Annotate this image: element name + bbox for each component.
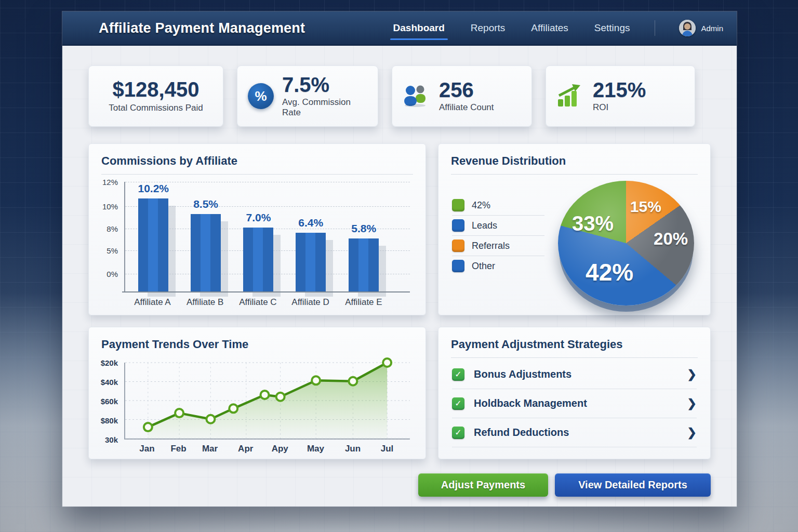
kpi-row: $128,450 Total Commissions Paid % 7.5% A… (88, 65, 711, 127)
kpi-value: 215% (593, 79, 646, 100)
legend-item: Referrals (452, 236, 544, 256)
line-chart-data-point (383, 358, 391, 367)
strategies-panel: Payment Adjustment Strategies ✓ Bonus Ad… (438, 327, 711, 459)
bar-value-label: 6.4% (298, 217, 323, 229)
checkbox-checked-icon[interactable]: ✓ (452, 427, 464, 439)
user-menu[interactable]: Admin (679, 20, 723, 36)
nav-tab-affiliates[interactable]: Affiliates (530, 19, 569, 37)
nav-tab-dashboard[interactable]: Dashboard (392, 19, 446, 37)
bar-value-label: 10.2% (138, 182, 169, 195)
kpi-card-avg-commission-rate: % 7.5% Avg. Commission Rate (237, 65, 378, 127)
bar (349, 238, 379, 291)
line-chart-month-label: Apy (272, 444, 288, 454)
bar (191, 214, 221, 291)
growth-bars-icon (556, 83, 584, 109)
strategies-title: Payment Adjustment Strategies (438, 327, 710, 357)
kpi-label: Affiliate Count (439, 102, 494, 113)
line-chart-data-point (349, 377, 357, 385)
view-detailed-reports-button[interactable]: View Detailed Reports (555, 473, 711, 497)
kpi-card-affiliate-count: 256 Affiliate Count (392, 65, 532, 127)
line-chart-data-point (229, 404, 237, 413)
chevron-right-icon[interactable]: ❯ (687, 426, 697, 440)
adjust-payments-button[interactable]: Adjust Payments (418, 473, 548, 497)
line-chart-month-label: Jun (345, 444, 361, 454)
strategy-row-holdback-management[interactable]: ✓ Holdback Management ❯ (452, 389, 697, 418)
legend-label: Other (472, 261, 495, 272)
page-title: Affiliate Payment Management (99, 20, 305, 36)
pie-chart-title: Revenue Distribution (438, 144, 710, 174)
divider (101, 174, 413, 175)
bar-group: 7.0% (243, 182, 273, 291)
nav-tab-reports[interactable]: Reports (470, 19, 507, 37)
line-chart-data-point (175, 409, 183, 417)
pie-chart-panel: Revenue Distribution 42%LeadsReferralsOt… (438, 143, 711, 315)
legend-swatch (452, 260, 464, 272)
bar-group: 5.8% (349, 182, 379, 291)
line-chart-y-axis: $20k$40k$60k$80k30k (96, 363, 122, 440)
users-icon (403, 83, 431, 109)
legend-swatch (452, 240, 464, 252)
nav-tab-settings[interactable]: Settings (593, 19, 631, 37)
line-chart-tick-label: $80k (101, 416, 118, 425)
legend-item: Other (452, 256, 544, 276)
bar (296, 233, 326, 291)
line-chart-tick-label: $40k (101, 378, 118, 387)
kpi-value: 7.5% (282, 74, 367, 95)
line-chart-data-point (276, 393, 285, 401)
bar-chart-plot: 10.2%8.5%7.0%6.4%5.8% (124, 182, 410, 291)
bar-category-label: Affiliate E (345, 297, 382, 308)
bar-value-label: 5.8% (351, 222, 376, 235)
pie-slice-label: 42% (586, 258, 633, 286)
line-chart: $20k$40k$60k$80k30k JanFebMarAprApyMayJu… (96, 363, 412, 455)
strategy-row-refund-deductions[interactable]: ✓ Refund Deductions ❯ (452, 418, 697, 447)
bar-value-label: 7.0% (246, 211, 271, 224)
nav-separator (655, 20, 655, 36)
line-chart-month-label: Jan (139, 444, 154, 454)
chevron-right-icon[interactable]: ❯ (687, 368, 697, 381)
bar-chart-tick-label: 8% (107, 224, 118, 233)
pie-chart: 15%20%42%33% (558, 181, 697, 310)
strategy-label: Refund Deductions (474, 427, 678, 438)
line-chart-month-label: Mar (202, 444, 218, 454)
legend-label: 42% (472, 200, 490, 211)
line-chart-month-label: Feb (170, 444, 186, 454)
line-chart-tick-label: 30k (105, 435, 118, 444)
pie-slice-label: 33% (572, 211, 614, 235)
user-avatar-icon (679, 20, 696, 36)
pie-legend: 42%LeadsReferralsOther (452, 195, 544, 310)
strategy-label: Holdback Management (474, 397, 678, 409)
bar-category-label: Affiliate A (134, 297, 171, 308)
chevron-right-icon[interactable]: ❯ (687, 397, 697, 410)
line-chart-tick-label: $60k (101, 397, 118, 406)
bar-chart-panel: Commissions by Affiliate 12%10%8%5%0% 10… (88, 143, 426, 315)
bar-category-label: Affiliate D (291, 297, 329, 308)
legend-item: Leads (452, 216, 544, 236)
line-chart-plot (124, 363, 410, 440)
strategy-label: Bonus Adjustments (474, 368, 678, 380)
bar-chart-y-axis: 12%10%8%5%0% (98, 182, 122, 291)
kpi-card-total-commissions: $128,450 Total Commissions Paid (88, 65, 223, 127)
line-chart-panel: Payment Trends Over Time $20k$40k$60k$80… (88, 327, 426, 459)
bar (243, 228, 273, 291)
line-chart-x-axis: JanFebMarAprApyMayJunJul (124, 442, 410, 455)
line-chart-data-point (312, 376, 320, 384)
legend-label: Referrals (472, 241, 510, 251)
checkbox-checked-icon[interactable]: ✓ (452, 368, 464, 381)
kpi-label: Avg. Commission Rate (282, 97, 367, 118)
dashboard-content: $128,450 Total Commissions Paid % 7.5% A… (62, 46, 737, 497)
strategies-list: ✓ Bonus Adjustments ❯ ✓ Holdback Managem… (438, 358, 710, 447)
bar-chart-tick-label: 10% (102, 202, 118, 211)
bar (138, 198, 168, 291)
line-chart-data-point (206, 415, 215, 423)
bar-group: 10.2% (138, 182, 168, 291)
bar-chart-tick-label: 5% (107, 246, 118, 255)
line-chart-svg (125, 363, 410, 438)
top-nav-bar: Affiliate Payment Management Dashboard R… (62, 11, 737, 46)
bar-chart: 12%10%8%5%0% 10.2%8.5%7.0%6.4%5.8% Affil… (98, 182, 412, 310)
bar-chart-tick-label: 0% (107, 270, 118, 278)
kpi-label: Total Commissions Paid (109, 103, 203, 113)
kpi-value: $128,450 (113, 79, 200, 100)
strategy-row-bonus-adjustments[interactable]: ✓ Bonus Adjustments ❯ (452, 360, 697, 389)
checkbox-checked-icon[interactable]: ✓ (452, 397, 464, 410)
bar-value-label: 8.5% (193, 198, 218, 210)
